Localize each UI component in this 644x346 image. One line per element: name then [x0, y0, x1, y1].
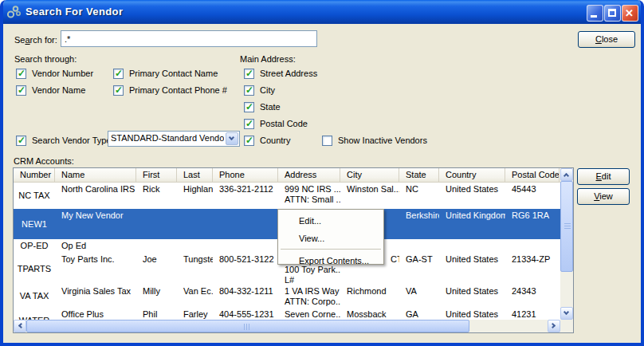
minimize-button[interactable] — [587, 5, 603, 22]
cell-number: NC TAX — [14, 183, 55, 209]
checkbox-icon — [16, 85, 26, 96]
cell-state: GA-ST — [399, 254, 439, 285]
scroll-right-button[interactable] — [548, 320, 560, 332]
table-row-nc-tax[interactable]: NC TAXNorth Carolina IRSRickHighland336-… — [14, 183, 560, 209]
column-header-last[interactable]: Last — [177, 168, 213, 182]
vendor-type-dropdown[interactable]: STANDARD-Standard Vendor — [108, 131, 240, 147]
cell-city: Richmond — [340, 286, 399, 308]
cell-address: 999 NC IRS ...ATTN: Small ... — [278, 184, 340, 209]
cell-phone: 336-321-2112 — [213, 184, 278, 209]
search-for-label: Search for: — [14, 35, 57, 45]
context-menu: Edit...View...Export Contents... — [277, 209, 384, 265]
checkbox-icon — [244, 69, 254, 79]
cell-last: Van Ec... — [177, 286, 213, 308]
cell-number: WATER — [14, 308, 55, 320]
column-header-state[interactable]: State — [399, 168, 439, 182]
cell-name: Office Plus — [55, 309, 136, 320]
cell-number: VA TAX — [14, 285, 55, 308]
checkbox-icon — [244, 119, 254, 129]
close-button[interactable]: Close — [578, 31, 635, 48]
cell-phone: 404-555-1231 — [213, 309, 278, 320]
view-button[interactable]: View — [577, 188, 630, 205]
horizontal-scrollbar[interactable] — [14, 320, 560, 332]
table-row-va-tax[interactable]: VA TAXVirginia Sales TaxMillyVan Ec...80… — [14, 285, 560, 308]
vendor-type-selected-value: STANDARD-Standard Vendor — [111, 133, 224, 143]
edit-button[interactable]: Edit — [577, 168, 630, 185]
column-header-country[interactable]: Country — [439, 168, 505, 182]
cell-postal: 21334-ZP — [505, 254, 560, 285]
cell-phone — [213, 241, 278, 253]
cell-first — [136, 241, 177, 253]
cell-phone: 800-521-3122 — [213, 254, 278, 285]
column-header-phone[interactable]: Phone — [213, 168, 278, 182]
vertical-scrollbar[interactable] — [560, 168, 573, 320]
checkbox-icon — [113, 69, 124, 79]
close-window-button[interactable]: ✕ — [622, 5, 638, 22]
search-for-vendor-dialog: Search For Vendor ✕ Search for: Close Se… — [0, 0, 644, 346]
main-address-label: Main Address: — [240, 54, 296, 64]
search-through-label: Search through: — [14, 54, 77, 64]
vertical-scrollbar-thumb[interactable] — [560, 181, 573, 272]
cell-last: Farley — [177, 309, 213, 320]
dropdown-arrow-button[interactable] — [226, 132, 238, 145]
cell-city: Winston Sal... — [340, 184, 399, 209]
horizontal-scrollbar-thumb[interactable] — [26, 320, 469, 332]
cell-country: United States — [439, 254, 505, 285]
menu-item-edit[interactable]: Edit... — [278, 212, 383, 230]
cell-phone — [213, 210, 278, 239]
cell-state: Berkshire — [399, 210, 439, 239]
column-header-city[interactable]: City — [340, 168, 399, 182]
scroll-up-button[interactable] — [560, 168, 573, 181]
cell-state: VA — [399, 286, 439, 308]
checkbox-icon — [244, 102, 254, 112]
cell-name: North Carolina IRS — [55, 184, 136, 209]
cell-country: United Kingdom — [439, 210, 505, 239]
crm-accounts-label: CRM Accounts: — [14, 156, 74, 166]
cell-first: Phil — [136, 309, 177, 320]
menu-item-export-contents[interactable]: Export Contents... — [278, 252, 383, 269]
minimize-icon — [591, 15, 597, 18]
cell-last — [177, 241, 213, 253]
cell-country: United States — [439, 286, 505, 308]
menu-separator — [281, 249, 381, 250]
column-header-name[interactable]: Name — [55, 168, 136, 182]
cell-first: Rick — [136, 184, 177, 209]
cell-address: Seven Corne... — [278, 309, 340, 320]
maximize-button[interactable] — [604, 5, 621, 22]
checkbox-icon — [16, 69, 26, 79]
checkbox-icon — [244, 136, 254, 146]
column-header-first[interactable]: First — [136, 168, 177, 182]
title-bar[interactable]: Search For Vendor ✕ — [0, 0, 644, 24]
scroll-down-button[interactable] — [560, 307, 573, 320]
checkbox-icon — [113, 85, 124, 96]
cell-state — [399, 241, 439, 253]
scrollbar-corner — [560, 320, 573, 332]
cell-country: United States — [439, 184, 505, 209]
cell-postal: RG6 1RA — [505, 210, 560, 239]
cell-postal: 45443 — [505, 184, 560, 209]
column-header-postal-code[interactable]: Postal Code — [505, 168, 560, 182]
cell-name: Toy Parts Inc. — [55, 254, 136, 285]
checkbox-icon — [16, 136, 26, 146]
cell-name: Virginia Sales Tax — [55, 286, 136, 308]
window-title: Search For Vendor — [26, 6, 123, 18]
scroll-left-button[interactable] — [14, 320, 26, 332]
cell-last: Highland — [177, 184, 213, 209]
cell-phone: 804-332-1211 — [213, 286, 278, 308]
checkbox-icon — [244, 85, 254, 96]
close-icon: ✕ — [625, 7, 634, 19]
chevron-down-icon — [564, 309, 569, 315]
cell-postal — [505, 241, 560, 253]
cell-first — [136, 210, 177, 239]
cell-last: Tungsten — [177, 254, 213, 285]
chevron-down-icon — [229, 135, 234, 140]
column-header-number[interactable]: Number — [14, 168, 55, 182]
table-header: NumberNameFirstLastPhoneAddressCityState… — [14, 168, 560, 183]
table-row-water[interactable]: WATEROffice PlusPhilFarley404-555-1231Se… — [14, 308, 560, 320]
cell-state: GA — [399, 309, 439, 320]
menu-item-view[interactable]: View... — [278, 230, 383, 247]
search-input[interactable] — [61, 30, 317, 47]
checkbox-icon — [322, 136, 332, 146]
cell-state: NC — [399, 184, 439, 209]
column-header-address[interactable]: Address — [278, 168, 340, 182]
